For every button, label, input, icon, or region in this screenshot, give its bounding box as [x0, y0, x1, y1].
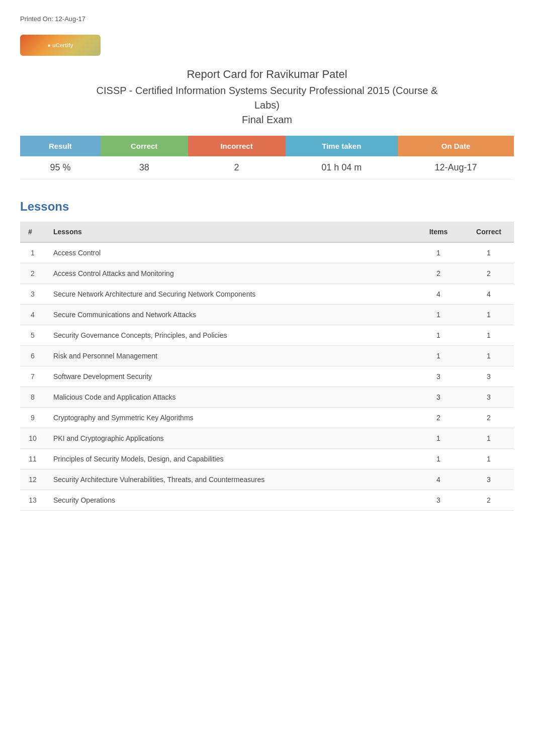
row-num: 12 [20, 469, 45, 490]
row-items: 4 [413, 284, 464, 305]
report-subtitle: CISSP - Certified Information Systems Se… [20, 85, 514, 97]
row-items: 1 [413, 428, 464, 449]
row-lesson: Malicious Code and Application Attacks [45, 387, 413, 408]
col-header-lesson: Lessons [45, 222, 413, 242]
report-title: Report Card for Ravikumar Patel [20, 68, 514, 81]
row-lesson: Secure Network Architecture and Securing… [45, 284, 413, 305]
table-row: 1Access Control11 [20, 242, 514, 263]
row-num: 8 [20, 387, 45, 408]
row-items: 1 [413, 242, 464, 263]
table-row: 3Secure Network Architecture and Securin… [20, 284, 514, 305]
row-correct: 3 [464, 387, 514, 408]
row-items: 3 [413, 490, 464, 511]
row-items: 2 [413, 263, 464, 284]
row-lesson: Security Operations [45, 490, 413, 511]
th-result: Result [20, 136, 101, 156]
row-lesson: Cryptography and Symmetric Key Algorithm… [45, 408, 413, 428]
row-correct: 2 [464, 408, 514, 428]
row-items: 4 [413, 469, 464, 490]
table-row: 6Risk and Personnel Management11 [20, 346, 514, 366]
table-row: 9Cryptography and Symmetric Key Algorith… [20, 408, 514, 428]
row-correct: 4 [464, 284, 514, 305]
row-correct: 3 [464, 469, 514, 490]
table-row: 11Principles of Security Models, Design,… [20, 449, 514, 469]
row-items: 1 [413, 325, 464, 346]
row-items: 3 [413, 366, 464, 387]
stat-correct: 38 [101, 156, 188, 179]
col-header-correct: Correct [464, 222, 514, 242]
row-lesson: Security Architecture Vulnerabilities, T… [45, 469, 413, 490]
th-time-taken: Time taken [286, 136, 398, 156]
table-row: 4Secure Communications and Network Attac… [20, 305, 514, 325]
row-num: 4 [20, 305, 45, 325]
report-header: Report Card for Ravikumar Patel CISSP - … [20, 68, 514, 126]
row-lesson: Principles of Security Models, Design, a… [45, 449, 413, 469]
row-num: 2 [20, 263, 45, 284]
row-lesson: Security Governance Concepts, Principles… [45, 325, 413, 346]
row-items: 1 [413, 305, 464, 325]
row-num: 7 [20, 366, 45, 387]
col-header-num: # [20, 222, 45, 242]
row-items: 3 [413, 387, 464, 408]
row-lesson: Secure Communications and Network Attack… [45, 305, 413, 325]
th-on-date: On Date [398, 136, 514, 156]
lessons-table: # Lessons Items Correct 1Access Control1… [20, 222, 514, 511]
row-items: 1 [413, 449, 464, 469]
row-items: 2 [413, 408, 464, 428]
stat-result: 95 % [20, 156, 101, 179]
logo: ● uCertify [20, 35, 101, 56]
row-lesson: Access Control [45, 242, 413, 263]
th-correct: Correct [101, 136, 188, 156]
col-header-items: Items [413, 222, 464, 242]
row-items: 1 [413, 346, 464, 366]
table-row: 5Security Governance Concepts, Principle… [20, 325, 514, 346]
table-row: 12Security Architecture Vulnerabilities,… [20, 469, 514, 490]
table-row: 7Software Development Security33 [20, 366, 514, 387]
row-correct: 3 [464, 366, 514, 387]
print-date: Printed On: 12-Aug-17 [20, 15, 514, 23]
row-num: 1 [20, 242, 45, 263]
report-subtitle2: Labs) [20, 100, 514, 111]
row-correct: 1 [464, 242, 514, 263]
row-correct: 1 [464, 449, 514, 469]
row-lesson: Access Control Attacks and Monitoring [45, 263, 413, 284]
th-incorrect: Incorrect [188, 136, 286, 156]
row-num: 9 [20, 408, 45, 428]
table-row: 8Malicious Code and Application Attacks3… [20, 387, 514, 408]
exam-type: Final Exam [20, 114, 514, 126]
table-row: 13Security Operations32 [20, 490, 514, 511]
table-row: 10PKI and Cryptographic Applications11 [20, 428, 514, 449]
row-num: 3 [20, 284, 45, 305]
logo-area: ● uCertify [20, 33, 514, 58]
row-correct: 1 [464, 428, 514, 449]
stat-time-taken: 01 h 04 m [286, 156, 398, 179]
row-lesson: PKI and Cryptographic Applications [45, 428, 413, 449]
row-num: 10 [20, 428, 45, 449]
row-correct: 2 [464, 263, 514, 284]
row-correct: 1 [464, 325, 514, 346]
row-num: 13 [20, 490, 45, 511]
row-num: 11 [20, 449, 45, 469]
stat-on-date: 12-Aug-17 [398, 156, 514, 179]
row-num: 5 [20, 325, 45, 346]
row-lesson: Software Development Security [45, 366, 413, 387]
stat-incorrect: 2 [188, 156, 286, 179]
row-num: 6 [20, 346, 45, 366]
row-correct: 2 [464, 490, 514, 511]
row-correct: 1 [464, 305, 514, 325]
stats-table: Result Correct Incorrect Time taken On D… [20, 136, 514, 179]
lessons-heading: Lessons [20, 200, 514, 214]
lessons-table-header: # Lessons Items Correct [20, 222, 514, 242]
row-lesson: Risk and Personnel Management [45, 346, 413, 366]
lessons-section: Lessons # Lessons Items Correct 1Access … [20, 200, 514, 511]
table-row: 2Access Control Attacks and Monitoring22 [20, 263, 514, 284]
row-correct: 1 [464, 346, 514, 366]
